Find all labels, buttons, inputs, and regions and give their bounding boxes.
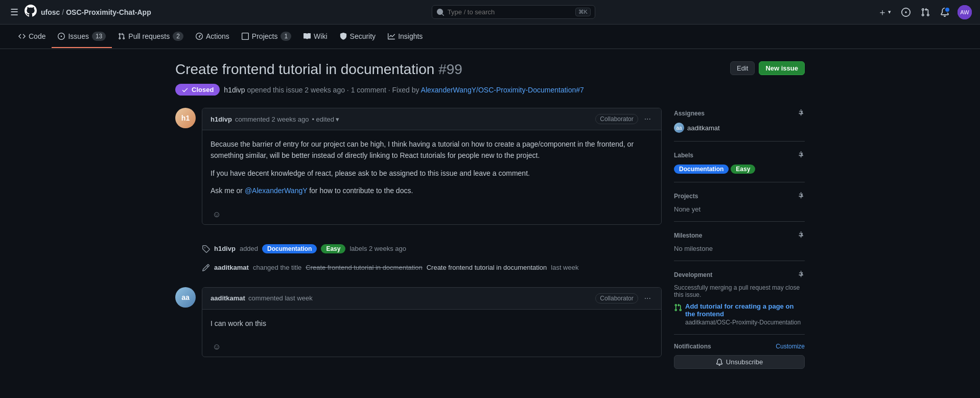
bell-icon <box>940 8 949 17</box>
gear-icon-milestone <box>797 231 804 238</box>
gear-icon-labels <box>797 151 804 158</box>
sidebar-label-documentation[interactable]: Documentation <box>674 165 729 174</box>
pencil-activity-icon <box>202 264 210 272</box>
documentation-label[interactable]: Documentation <box>262 244 317 253</box>
status-badge: Closed <box>175 84 220 96</box>
add-button[interactable]: ＋ ▾ <box>876 4 893 20</box>
search-bar[interactable]: ⌘K <box>432 5 595 19</box>
issues-icon-button[interactable] <box>899 6 913 19</box>
sidebar-assignees-header: Assignees <box>674 108 805 119</box>
comment-2-menu-button[interactable]: ··· <box>642 293 653 304</box>
assignee-name[interactable]: aaditkamat <box>687 124 720 132</box>
comment-2-header: aaditkamat commented last week Collabora… <box>202 288 661 310</box>
nav-security[interactable]: Security <box>334 26 382 48</box>
sidebar-labels-list: Documentation Easy <box>674 165 805 174</box>
mention-link[interactable]: @AlexanderWangY <box>245 186 307 195</box>
top-nav-left: ☰ ufosc / OSC-Proximity-Chat-App <box>8 5 151 20</box>
nav-insights[interactable]: Insights <box>382 26 429 48</box>
comment-2-author[interactable]: aaditkamat <box>211 294 245 302</box>
emoji-button-1[interactable]: ☺ <box>211 209 223 220</box>
issues-badge: 13 <box>92 32 106 41</box>
nav-wiki[interactable]: Wiki <box>297 26 333 48</box>
issues-icon <box>58 33 65 40</box>
nav-projects[interactable]: Projects 1 <box>236 26 297 48</box>
breadcrumb-user[interactable]: ufosc <box>41 8 60 16</box>
new-issue-button[interactable]: New issue <box>759 61 805 75</box>
status-row: Closed h1divp opened this issue 2 weeks … <box>175 84 805 96</box>
sidebar-labels-gear[interactable] <box>796 150 805 160</box>
breadcrumb: ufosc / OSC-Proximity-Chat-App <box>41 8 151 16</box>
sidebar-labels-header: Labels <box>674 150 805 160</box>
easy-label[interactable]: Easy <box>321 244 345 253</box>
svg-text:AW: AW <box>960 9 969 15</box>
user-avatar[interactable]: AW <box>958 5 972 19</box>
sidebar-pr-link: Add tutorial for creating a page on the … <box>674 302 805 326</box>
hamburger-menu[interactable]: ☰ <box>8 5 20 20</box>
comment-1-para-3: Ask me or @AlexanderWangY for how to con… <box>211 185 653 196</box>
comment-1-para-2: If you have decent knowledge of react, p… <box>211 168 653 179</box>
sidebar-development-title: Development <box>674 271 712 278</box>
activity-label-author[interactable]: h1divp <box>214 245 236 252</box>
sidebar-development-header: Development <box>674 269 805 280</box>
comment-2-footer: ☺ <box>202 337 661 357</box>
sidebar-milestone-title: Milestone <box>674 232 702 239</box>
chevron-down-icon[interactable]: ▾ <box>336 115 339 123</box>
gear-icon-dev <box>797 270 804 277</box>
issue-author-link[interactable]: h1divp <box>224 86 245 94</box>
comment-1-edited: • edited ▾ <box>312 115 339 123</box>
sidebar-pr-title-link[interactable]: Add tutorial for creating a page on the … <box>685 302 794 318</box>
unsubscribe-button[interactable]: Unsubscribe <box>674 355 805 369</box>
new-title: Create frontend tutorial in documentatio… <box>427 264 547 271</box>
sidebar-label-easy[interactable]: Easy <box>731 165 755 174</box>
sidebar-milestone-header: Milestone <box>674 230 805 241</box>
pullrequest-icon-button[interactable] <box>919 6 932 19</box>
comment-1-header-left: h1divp commented 2 weeks ago • edited ▾ <box>211 115 339 123</box>
activity-label-time: labels 2 weeks ago <box>349 245 406 252</box>
comment-2-para-1: I can work on this <box>211 318 653 329</box>
comment-1-menu-button[interactable]: ··· <box>642 113 653 125</box>
nav-insights-label: Insights <box>398 32 423 40</box>
comment-2-wrapper: aa aaditkamat commented last week Collab… <box>175 287 662 365</box>
sidebar-assignees-gear[interactable] <box>796 108 805 119</box>
comment-2-avatar: aa <box>175 287 196 308</box>
breadcrumb-repo[interactable]: OSC-Proximity-Chat-App <box>66 8 151 16</box>
nav-issues[interactable]: Issues 13 <box>52 26 112 48</box>
github-logo[interactable] <box>25 5 37 20</box>
gear-icon <box>797 109 804 116</box>
issue-icon <box>901 8 911 17</box>
title-change-text: changed the title <box>253 264 301 271</box>
activity-labels: h1divp added Documentation Easy labels 2… <box>202 241 662 256</box>
top-navbar: ☰ ufosc / OSC-Proximity-Chat-App ⌘K ＋ ▾ <box>0 0 980 25</box>
sidebar-development-gear[interactable] <box>796 269 805 280</box>
customize-link[interactable]: Customize <box>776 343 805 350</box>
comment-1-header: h1divp commented 2 weeks ago • edited ▾ … <box>202 108 661 130</box>
closed-check-icon <box>181 86 189 93</box>
comment-2-header-left: aaditkamat commented last week <box>211 294 313 302</box>
emoji-button-2[interactable]: ☺ <box>211 341 223 353</box>
edit-button[interactable]: Edit <box>730 61 755 75</box>
fix-link[interactable]: AlexanderWangY/OSC-Proximity-Documentati… <box>421 86 584 94</box>
comment-1-wrapper: h1 h1divp commented 2 weeks ago • edited… <box>175 108 662 233</box>
title-change-author[interactable]: aaditkamat <box>214 264 249 271</box>
sidebar-development: Development Successfully merging a pull … <box>674 261 805 335</box>
nav-pullrequests[interactable]: Pull requests 2 <box>112 26 190 48</box>
nav-projects-label: Projects <box>252 32 278 40</box>
comment-1-para-1: Because the barrier of entry for our pro… <box>211 138 653 161</box>
nav-code[interactable]: Code <box>12 26 52 48</box>
nav-code-label: Code <box>29 32 45 40</box>
issue-header: Create frontend tutorial in documentatio… <box>175 61 805 78</box>
status-badge-text: Closed <box>192 86 214 93</box>
sidebar-milestone-gear[interactable] <box>796 230 805 241</box>
nav-actions[interactable]: Actions <box>190 26 236 48</box>
sidebar-pr-info: Add tutorial for creating a page on the … <box>685 302 805 326</box>
sidebar-milestone: Milestone No milestone <box>674 222 805 261</box>
sidebar-projects-gear[interactable] <box>796 191 805 201</box>
comment-1-author[interactable]: h1divp <box>211 115 232 123</box>
nav-pr-label: Pull requests <box>128 32 170 40</box>
notifications-button[interactable] <box>938 6 951 19</box>
sidebar-projects-header: Projects <box>674 191 805 201</box>
main-content: Create frontend tutorial in documentatio… <box>163 49 817 389</box>
search-input[interactable] <box>448 8 572 16</box>
comment-2-card: aaditkamat commented last week Collabora… <box>202 287 662 357</box>
old-title: Create frontend tutorial in docmentation <box>306 264 422 271</box>
